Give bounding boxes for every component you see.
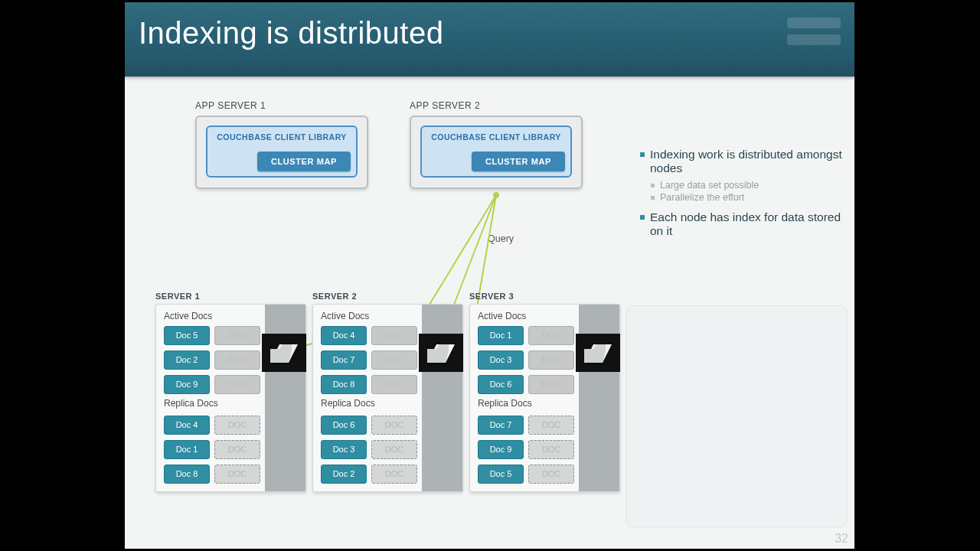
doc-chip: Doc 9 [478,440,524,459]
doc-chip-empty: DOC [371,326,417,345]
doc-chip: Doc 3 [478,350,524,370]
doc-chip: Doc 8 [164,465,210,484]
server-1: SERVER 1 Active Docs Doc 5 DOC Doc 2 DOC… [155,292,305,492]
doc-chip: Doc 6 [478,375,524,394]
doc-chip-empty: DOC [214,440,260,459]
server-3-label: SERVER 3 [469,292,619,301]
app-server-2-label: APP SERVER 2 [410,100,583,111]
client-library-1-label: COUCHBASE CLIENT LIBRARY [207,132,356,142]
query-label: Query [488,233,514,244]
cluster-map-2: CLUSTER MAP [472,152,565,171]
doc-chip: Doc 5 [164,326,210,345]
client-library-2-label: COUCHBASE CLIENT LIBRARY [422,132,570,142]
doc-chip: Doc 3 [321,440,367,459]
folder-icon [419,334,463,372]
server-3-box: Active Docs Doc 1 DOC Doc 3 DOC Doc 6 DO… [469,304,620,492]
notes: Indexing work is distributed amongst nod… [640,148,847,243]
app-server-2: APP SERVER 2 COUCHBASE CLIENT LIBRARY CL… [410,100,583,189]
server-1-box: Active Docs Doc 5 DOC Doc 2 DOC Doc 9 DO… [155,304,306,492]
page-number: 32 [835,532,848,546]
doc-chip-empty: DOC [214,375,260,394]
svg-marker-12 [427,344,449,363]
bullet-sub-2: Parallelize the effort [640,192,847,203]
server-3-active-title: Active Docs [478,311,526,321]
doc-chip: Doc 6 [321,416,367,435]
doc-chip-empty: DOC [214,326,260,345]
title-ornament [787,18,848,60]
doc-chip-empty: DOC [371,440,417,459]
doc-chip-empty: DOC [528,465,574,484]
app-server-1-box: COUCHBASE CLIENT LIBRARY CLUSTER MAP [195,116,368,189]
server-2: SERVER 2 Active Docs Doc 4 DOC Doc 7 DOC… [312,292,462,492]
server-2-active-title: Active Docs [321,311,369,321]
slide-title: Indexing is distributed [139,16,443,51]
doc-chip-empty: DOC [528,326,574,345]
doc-chip-empty: DOC [214,416,260,435]
doc-chip: Doc 1 [478,326,524,345]
server-1-active-title: Active Docs [164,311,212,321]
app-server-2-box: COUCHBASE CLIENT LIBRARY CLUSTER MAP [410,116,583,189]
doc-chip-empty: DOC [214,350,260,370]
bullet-sub-1: Large data set possible [640,180,847,191]
notes-panel-bg [626,305,848,527]
title-bar: Indexing is distributed [125,2,854,77]
server-3-replica-title: Replica Docs [478,398,532,409]
doc-chip: Doc 7 [478,416,524,435]
folder-icon [576,334,620,372]
doc-chip: Doc 2 [164,350,210,370]
cluster-map-1: CLUSTER MAP [257,152,351,171]
server-2-side [422,305,462,491]
doc-chip-empty: DOC [528,416,574,435]
client-library-2: COUCHBASE CLIENT LIBRARY CLUSTER MAP [420,126,572,178]
server-2-replica-title: Replica Docs [321,398,375,409]
doc-chip: Doc 4 [321,326,367,345]
doc-chip-empty: DOC [528,440,574,459]
server-1-replica-title: Replica Docs [164,398,218,409]
doc-chip: Doc 2 [321,465,367,484]
doc-chip-empty: DOC [371,416,417,435]
doc-chip-empty: DOC [528,350,574,370]
server-1-label: SERVER 1 [155,292,305,301]
doc-chip: Doc 5 [478,465,524,484]
server-2-label: SERVER 2 [312,292,462,301]
doc-chip: Doc 1 [164,440,210,459]
bullet-main-2: Each node has index for data stored on i… [640,210,847,238]
client-library-1: COUCHBASE CLIENT LIBRARY CLUSTER MAP [206,126,358,178]
doc-chip: Doc 8 [321,375,367,394]
bullet-main-1: Indexing work is distributed amongst nod… [640,148,847,175]
app-server-1: APP SERVER 1 COUCHBASE CLIENT LIBRARY CL… [195,100,368,189]
server-1-side [265,305,305,491]
server-3-side [579,305,619,491]
doc-chip-empty: DOC [528,375,574,394]
app-server-1-label: APP SERVER 1 [195,100,368,111]
doc-chip: Doc 4 [164,416,210,435]
doc-chip-empty: DOC [371,375,417,394]
svg-line-6 [477,195,496,307]
svg-point-0 [493,192,499,198]
doc-chip: Doc 7 [321,350,367,370]
folder-icon [262,334,306,372]
svg-marker-14 [584,344,606,363]
server-2-box: Active Docs Doc 4 DOC Doc 7 DOC Doc 8 DO… [312,304,463,492]
doc-chip-empty: DOC [371,350,417,370]
server-3: SERVER 3 Active Docs Doc 1 DOC Doc 3 DOC… [469,292,619,492]
doc-chip: Doc 9 [164,375,210,394]
svg-line-1 [428,195,496,307]
doc-chip-empty: DOC [214,465,260,484]
svg-marker-10 [270,344,292,363]
doc-chip-empty: DOC [371,465,417,484]
